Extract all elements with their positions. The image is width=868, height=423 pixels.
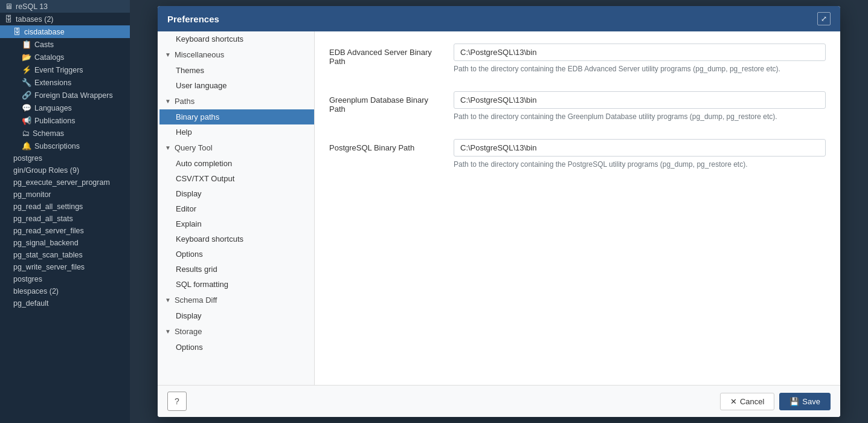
greenplum-binary-path-label: Greenplum Database Binary Path bbox=[329, 91, 444, 114]
nav-label-storage-options: Options bbox=[176, 343, 203, 352]
tree-item-pg-read-server-files[interactable]: pg_read_server_files bbox=[0, 225, 130, 237]
chevron-down-icon-paths: ▼ bbox=[165, 98, 171, 105]
modal-title: Preferences bbox=[167, 14, 219, 24]
nav-panel: Keyboard shortcuts ▼ Miscellaneous Theme… bbox=[158, 31, 315, 385]
tree-item-pg-stat-scan-tables[interactable]: pg_stat_scan_tables bbox=[0, 249, 130, 261]
tree-item-postgres2[interactable]: postgres bbox=[0, 273, 130, 285]
edb-binary-path-label: EDB Advanced Server Binary Path bbox=[329, 44, 444, 66]
nav-item-schema-diff-display[interactable]: Display bbox=[158, 308, 314, 323]
fdw-icon: 🔗 bbox=[22, 91, 31, 100]
tree-item-event-triggers[interactable]: ⚡ Event Triggers bbox=[0, 63, 130, 76]
tree-item-languages[interactable]: 💬 Languages bbox=[0, 102, 130, 114]
db-icon: 🗄 bbox=[13, 27, 21, 36]
tree-item-pg-execute[interactable]: pg_execute_server_program bbox=[0, 176, 130, 189]
postgresql-binary-path-content: Path to the directory containing the Pos… bbox=[454, 139, 826, 170]
tree-item-cisdatabase[interactable]: 🗄 cisdatabase bbox=[0, 25, 130, 38]
tree-item-schemas[interactable]: 🗂 Schemas bbox=[0, 127, 130, 140]
tree-item-pg-monitor[interactable]: pg_monitor bbox=[0, 189, 130, 201]
tree-item-postgres[interactable]: postgres bbox=[0, 152, 130, 164]
tree-item-pg-write-server-files[interactable]: pg_write_server_files bbox=[0, 261, 130, 273]
nav-label-options: Options bbox=[176, 250, 203, 259]
expand-icon: ⤢ bbox=[821, 15, 827, 23]
modal-header: Preferences ⤢ bbox=[158, 6, 840, 31]
help-button[interactable]: ? bbox=[167, 392, 187, 411]
cancel-icon: ✕ bbox=[730, 397, 737, 406]
nav-label-themes: Themes bbox=[176, 66, 204, 75]
nav-label-miscellaneous: Miscellaneous bbox=[175, 50, 224, 59]
tree-item-resql[interactable]: 🖥 reSQL 13 bbox=[0, 0, 130, 13]
nav-label-display: Display bbox=[176, 189, 202, 198]
tree-item-pg-read-all-settings[interactable]: pg_read_all_settings bbox=[0, 201, 130, 213]
edb-binary-path-desc: Path to the directory containing the EDB… bbox=[454, 64, 826, 74]
nav-label-keyboard-shortcuts-qt: Keyboard shortcuts bbox=[176, 234, 243, 244]
field-group-postgresql: PostgreSQL Binary Path Path to the direc… bbox=[329, 139, 826, 170]
nav-label-query-tool: Query Tool bbox=[175, 143, 213, 152]
nav-label-storage: Storage bbox=[175, 327, 202, 336]
tree-item-casts[interactable]: 📋 Casts bbox=[0, 38, 130, 51]
nav-item-explain[interactable]: Explain bbox=[158, 216, 314, 231]
nav-item-auto-completion[interactable]: Auto completion bbox=[158, 156, 314, 171]
footer-buttons: ✕ Cancel 💾 Save bbox=[720, 393, 831, 410]
nav-item-storage-options[interactable]: Options bbox=[158, 340, 314, 355]
nav-item-options[interactable]: Options bbox=[158, 247, 314, 262]
extensions-icon: 🔧 bbox=[22, 78, 31, 87]
chevron-down-icon: ▼ bbox=[165, 51, 171, 58]
postgresql-binary-path-desc: Path to the directory containing the Pos… bbox=[454, 160, 826, 170]
tree-item-pg-signal-backend[interactable]: pg_signal_backend bbox=[0, 237, 130, 249]
content-panel: EDB Advanced Server Binary Path Path to … bbox=[315, 31, 840, 385]
edb-binary-path-input[interactable] bbox=[454, 44, 826, 61]
nav-item-csv-txt-output[interactable]: CSV/TXT Output bbox=[158, 171, 314, 186]
nav-item-editor[interactable]: Editor bbox=[158, 201, 314, 216]
greenplum-binary-path-input[interactable] bbox=[454, 91, 826, 109]
greenplum-binary-path-content: Path to the directory containing the Gre… bbox=[454, 91, 826, 122]
question-mark-icon: ? bbox=[175, 396, 179, 406]
left-sidebar: 🖥 reSQL 13 🗄 tabases (2) 🗄 cisdatabase 📋… bbox=[0, 0, 130, 423]
tree-item-pg-read-all-stats[interactable]: pg_read_all_stats bbox=[0, 213, 130, 225]
greenplum-binary-path-desc: Path to the directory containing the Gre… bbox=[454, 112, 826, 122]
catalogs-icon: 📂 bbox=[22, 53, 31, 62]
chevron-down-icon-sd: ▼ bbox=[165, 297, 171, 303]
modal-overlay: Preferences ⤢ Keyboard shortcuts ▼ Misce… bbox=[130, 0, 868, 423]
nav-item-help[interactable]: Help bbox=[158, 124, 314, 140]
field-group-edb: EDB Advanced Server Binary Path Path to … bbox=[329, 44, 826, 74]
postgresql-binary-path-input[interactable] bbox=[454, 139, 826, 157]
tree-item-catalogs[interactable]: 📂 Catalogs bbox=[0, 51, 130, 63]
cancel-button[interactable]: ✕ Cancel bbox=[720, 393, 774, 410]
nav-label-user-language: User language bbox=[176, 81, 227, 90]
nav-item-schema-diff[interactable]: ▼ Schema Diff bbox=[158, 292, 314, 308]
nav-item-keyboard-shortcuts-qt[interactable]: Keyboard shortcuts bbox=[158, 231, 314, 247]
nav-item-storage[interactable]: ▼ Storage bbox=[158, 323, 314, 340]
field-group-greenplum: Greenplum Database Binary Path Path to t… bbox=[329, 91, 826, 122]
tree-item-tablespaces[interactable]: blespaces (2) bbox=[0, 285, 130, 297]
nav-item-keyboard-shortcuts-top[interactable]: Keyboard shortcuts bbox=[158, 31, 314, 47]
tree-item-databases[interactable]: 🗄 tabases (2) bbox=[0, 13, 130, 25]
nav-item-sql-formatting[interactable]: SQL formatting bbox=[158, 277, 314, 292]
modal-body: Keyboard shortcuts ▼ Miscellaneous Theme… bbox=[158, 31, 840, 385]
nav-item-user-language[interactable]: User language bbox=[158, 78, 314, 93]
nav-item-display[interactable]: Display bbox=[158, 186, 314, 201]
tree-item-publications[interactable]: 📢 Publications bbox=[0, 114, 130, 127]
publications-icon: 📢 bbox=[22, 116, 31, 125]
nav-item-query-tool[interactable]: ▼ Query Tool bbox=[158, 140, 314, 156]
nav-label-auto-completion: Auto completion bbox=[176, 159, 232, 168]
tree-item-fdw[interactable]: 🔗 Foreign Data Wrappers bbox=[0, 89, 130, 102]
modal-expand-button[interactable]: ⤢ bbox=[817, 12, 831, 25]
preferences-modal: Preferences ⤢ Keyboard shortcuts ▼ Misce… bbox=[158, 6, 840, 417]
nav-label-explain: Explain bbox=[176, 219, 202, 228]
edb-binary-path-content: Path to the directory containing the EDB… bbox=[454, 44, 826, 74]
nav-item-miscellaneous[interactable]: ▼ Miscellaneous bbox=[158, 47, 314, 63]
nav-item-paths[interactable]: ▼ Paths bbox=[158, 93, 314, 109]
schemas-icon: 🗂 bbox=[22, 129, 30, 138]
nav-item-binary-paths[interactable]: Binary paths bbox=[158, 109, 314, 124]
nav-label-results-grid: Results grid bbox=[176, 265, 217, 274]
languages-icon: 💬 bbox=[22, 103, 31, 112]
tree-item-group-roles[interactable]: gin/Group Roles (9) bbox=[0, 164, 130, 176]
nav-item-themes[interactable]: Themes bbox=[158, 63, 314, 78]
tree-item-pg-default[interactable]: pg_default bbox=[0, 297, 130, 309]
nav-label-keyboard-shortcuts-top: Keyboard shortcuts bbox=[176, 34, 243, 44]
tree-item-extensions[interactable]: 🔧 Extensions bbox=[0, 76, 130, 89]
save-button[interactable]: 💾 Save bbox=[779, 393, 831, 410]
nav-item-results-grid[interactable]: Results grid bbox=[158, 262, 314, 277]
tree-item-subscriptions[interactable]: 🔔 Subscriptions bbox=[0, 140, 130, 152]
nav-label-binary-paths: Binary paths bbox=[176, 112, 219, 121]
